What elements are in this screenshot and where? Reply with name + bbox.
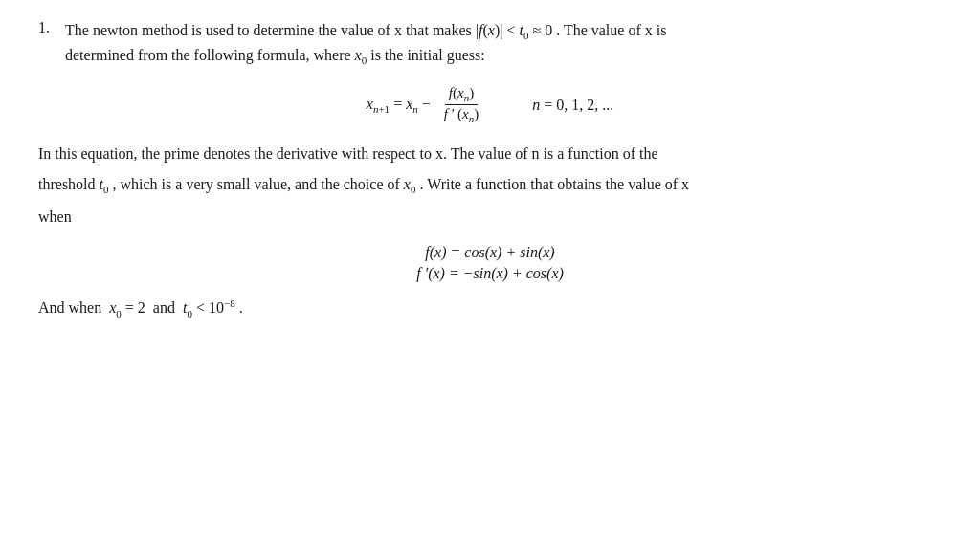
formula-fraction: f(xn) f ′ (xn) <box>440 85 482 124</box>
final-condition: And when x0 = 2 and t0 < 10−8 . <box>38 298 942 320</box>
fraction-numerator: f(xn) <box>445 85 478 105</box>
problem-description: The newton method is used to determine t… <box>65 19 666 68</box>
functions-block: f(x) = cos(x) + sin(x) f ′(x) = −sin(x) … <box>38 244 942 282</box>
problem-line1: The newton method is used to determine t… <box>65 19 666 44</box>
problem-number: 1. <box>38 19 57 68</box>
formula-lhs: xn+1 = xn − <box>367 96 431 115</box>
main-content: 1. The newton method is used to determin… <box>38 19 942 320</box>
problem-item: 1. The newton method is used to determin… <box>38 19 942 68</box>
problem-line2: determined from the following formula, w… <box>65 44 666 69</box>
paragraph-line1: In this equation, the prime denotes the … <box>38 142 942 166</box>
paragraph-line3-when: when <box>38 205 942 230</box>
function-fx: f(x) = cos(x) + sin(x) <box>425 244 554 261</box>
fraction-denominator: f ′ (xn) <box>440 105 482 124</box>
paragraph-line2: threshold t0 , which is a very small val… <box>38 172 942 199</box>
newton-formula: xn+1 = xn − f(xn) f ′ (xn) <box>367 85 486 124</box>
function-fpx: f ′(x) = −sin(x) + cos(x) <box>416 265 564 282</box>
newton-formula-block: xn+1 = xn − f(xn) f ′ (xn) n = 0, 1, 2, … <box>38 85 942 124</box>
formula-n-label: n = 0, 1, 2, ... <box>532 97 613 114</box>
